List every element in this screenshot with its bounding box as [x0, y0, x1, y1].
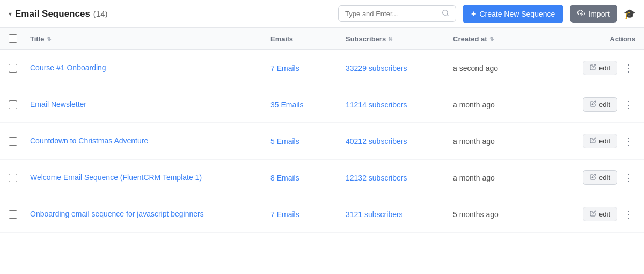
search-input[interactable] — [345, 10, 437, 18]
create-button-label: Create New Sequence — [479, 10, 555, 18]
row-emails-3: 8 Emails — [270, 174, 346, 182]
plus-icon: + — [471, 9, 476, 19]
row-created-2: a month ago — [453, 137, 560, 146]
sequence-count: (14) — [93, 9, 108, 18]
row-subscribers-1: 11214 subscribers — [346, 100, 453, 109]
edit-button-2[interactable]: edit — [583, 134, 617, 148]
pencil-icon — [590, 100, 596, 109]
row-checkbox-cell[interactable] — [9, 174, 30, 182]
row-title-2[interactable]: Countdown to Christmas Adventure — [30, 136, 270, 147]
row-checkbox-4[interactable] — [9, 210, 17, 219]
chevron-down-icon[interactable]: ▾ — [9, 10, 12, 18]
table-body: Course #1 Onboarding 7 Emails 33229 subs… — [0, 50, 644, 233]
row-checkbox-0[interactable] — [9, 64, 17, 73]
more-options-button-3[interactable]: ⋮ — [621, 172, 635, 184]
more-options-button-1[interactable]: ⋮ — [621, 99, 635, 111]
create-new-sequence-button[interactable]: + Create New Sequence — [463, 5, 564, 23]
sequence-link-1[interactable]: Email Newsletter — [30, 100, 86, 109]
column-header-subscribers[interactable]: Subscribers ⇅ — [346, 34, 453, 43]
pencil-icon — [590, 174, 596, 182]
sort-title-icon: ⇅ — [47, 36, 51, 42]
sort-created-icon: ⇅ — [489, 36, 494, 42]
sequence-link-3[interactable]: Welcome Email Sequence (FluentCRM Templa… — [30, 173, 202, 182]
row-emails-0: 7 Emails — [270, 64, 346, 73]
row-subscribers-3: 12132 subscribers — [346, 174, 453, 182]
edit-button-0[interactable]: edit — [583, 61, 617, 75]
edit-button-3[interactable]: edit — [583, 170, 617, 185]
row-emails-1: 35 Emails — [270, 100, 346, 109]
more-options-button-2[interactable]: ⋮ — [621, 135, 635, 147]
sort-subscribers-icon: ⇅ — [388, 36, 392, 42]
select-all-checkbox[interactable] — [9, 34, 17, 43]
column-header-title[interactable]: Title ⇅ — [30, 34, 270, 43]
import-button[interactable]: Import — [570, 5, 617, 23]
header-title-area: ▾ Email Sequences (14) — [9, 9, 332, 19]
row-checkbox-cell[interactable] — [9, 100, 30, 109]
pencil-icon — [590, 64, 596, 72]
row-created-4: 5 months ago — [453, 210, 560, 219]
row-checkbox-1[interactable] — [9, 100, 17, 109]
row-title-4[interactable]: Onboarding email sequence for javascript… — [30, 209, 270, 220]
row-checkbox-3[interactable] — [9, 174, 17, 182]
row-subscribers-0: 33229 subscribers — [346, 64, 453, 73]
row-actions-4: edit ⋮ — [560, 207, 635, 221]
import-button-label: Import — [588, 10, 610, 18]
sequences-table: Title ⇅ Emails Subscribers ⇅ Created at … — [0, 28, 644, 233]
column-header-emails[interactable]: Emails — [270, 34, 346, 43]
graduation-cap-icon[interactable]: 🎓 — [624, 8, 635, 20]
row-checkbox-cell[interactable] — [9, 210, 30, 219]
table-row: Countdown to Christmas Adventure 5 Email… — [0, 123, 644, 160]
row-checkbox-cell[interactable] — [9, 64, 30, 73]
row-created-1: a month ago — [453, 100, 560, 109]
row-actions-3: edit ⋮ — [560, 170, 635, 185]
row-checkbox-cell[interactable] — [9, 137, 30, 146]
upload-icon — [577, 9, 585, 18]
row-actions-0: edit ⋮ — [560, 61, 635, 75]
row-created-3: a month ago — [453, 174, 560, 182]
row-actions-1: edit ⋮ — [560, 97, 635, 112]
sequence-link-2[interactable]: Countdown to Christmas Adventure — [30, 136, 148, 145]
column-header-created-at[interactable]: Created at ⇅ — [453, 34, 560, 43]
edit-button-4[interactable]: edit — [583, 207, 617, 221]
row-title-1[interactable]: Email Newsletter — [30, 99, 270, 110]
more-options-button-0[interactable]: ⋮ — [621, 62, 635, 74]
column-header-actions: Actions — [560, 34, 635, 43]
svg-line-1 — [447, 15, 449, 16]
row-title-0[interactable]: Course #1 Onboarding — [30, 63, 270, 74]
page-header: ▾ Email Sequences (14) + Create New Sequ… — [0, 0, 644, 28]
row-emails-2: 5 Emails — [270, 137, 346, 146]
sequence-link-4[interactable]: Onboarding email sequence for javascript… — [30, 210, 204, 218]
edit-button-1[interactable]: edit — [583, 97, 617, 112]
search-icon — [442, 9, 449, 18]
row-actions-2: edit ⋮ — [560, 134, 635, 148]
row-checkbox-2[interactable] — [9, 137, 17, 146]
row-subscribers-4: 3121 subscribers — [346, 210, 453, 219]
table-row: Course #1 Onboarding 7 Emails 33229 subs… — [0, 50, 644, 86]
row-created-0: a second ago — [453, 64, 560, 73]
more-options-button-4[interactable]: ⋮ — [621, 208, 635, 220]
table-header-row: Title ⇅ Emails Subscribers ⇅ Created at … — [0, 28, 644, 50]
search-box[interactable] — [338, 5, 456, 22]
row-subscribers-2: 40212 subscribers — [346, 137, 453, 146]
row-title-3[interactable]: Welcome Email Sequence (FluentCRM Templa… — [30, 172, 270, 183]
pencil-icon — [590, 137, 596, 145]
page-title: Email Sequences — [15, 9, 90, 19]
row-emails-4: 7 Emails — [270, 210, 346, 219]
table-row: Email Newsletter 35 Emails 11214 subscri… — [0, 86, 644, 123]
table-row: Onboarding email sequence for javascript… — [0, 196, 644, 233]
table-row: Welcome Email Sequence (FluentCRM Templa… — [0, 160, 644, 196]
sequence-link-0[interactable]: Course #1 Onboarding — [30, 63, 106, 72]
pencil-icon — [590, 210, 596, 218]
header-checkbox-cell[interactable] — [9, 34, 30, 43]
